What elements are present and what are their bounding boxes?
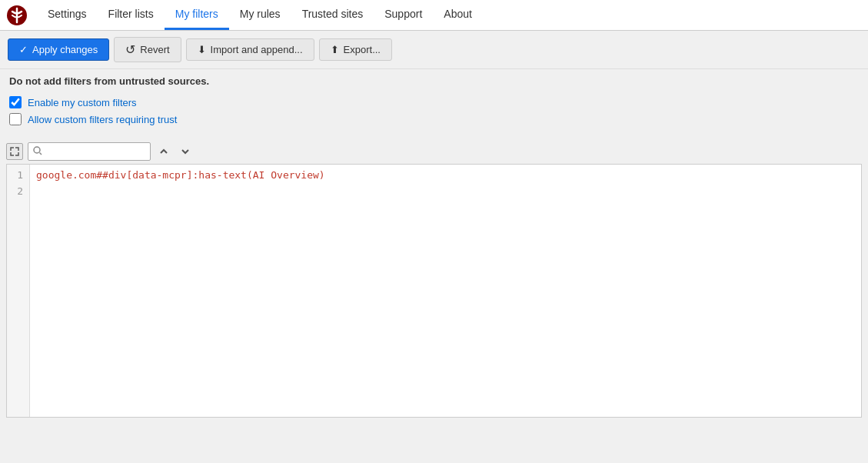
revert-button[interactable]: ↺ Revert xyxy=(114,37,181,62)
export-icon: ⬆ xyxy=(331,44,339,55)
allow-trust-checkbox[interactable] xyxy=(9,113,22,125)
search-wrapper xyxy=(28,142,151,161)
enable-custom-label[interactable]: Enable my custom filters xyxy=(28,97,137,108)
nav-item-settings[interactable]: Settings xyxy=(37,0,98,30)
revert-label: Revert xyxy=(140,44,169,55)
nav-item-trusted-sites[interactable]: Trusted sites xyxy=(291,0,374,30)
export-label: Export... xyxy=(344,44,381,55)
import-button[interactable]: ⬇ Import and append... xyxy=(186,38,314,61)
code-content[interactable]: google.com##div[data-mcpr]:has-text(AI O… xyxy=(30,165,861,417)
nav-bar: Settings Filter lists My filters My rule… xyxy=(0,0,868,31)
app-logo xyxy=(6,5,28,26)
code-line-2 xyxy=(36,184,855,200)
line-num-2: 2 xyxy=(13,184,23,200)
nav-item-filter-lists[interactable]: Filter lists xyxy=(98,0,165,30)
prev-match-button[interactable] xyxy=(155,143,172,160)
toolbar: ✓ Apply changes ↺ Revert ⬇ Import and ap… xyxy=(0,31,868,69)
revert-icon: ↺ xyxy=(125,42,135,57)
checkmark-icon: ✓ xyxy=(19,44,28,55)
code-editor[interactable]: 1 2 google.com##div[data-mcpr]:has-text(… xyxy=(6,164,862,418)
enable-custom-checkbox[interactable] xyxy=(9,96,22,108)
import-icon: ⬇ xyxy=(198,44,206,55)
nav-item-my-rules[interactable]: My rules xyxy=(229,0,291,30)
search-icon xyxy=(33,146,42,158)
import-label: Import and append... xyxy=(211,44,303,55)
nav-tabs: Settings Filter lists My filters My rule… xyxy=(37,0,483,30)
search-input[interactable] xyxy=(45,146,145,158)
code-line-1: google.com##div[data-mcpr]:has-text(AI O… xyxy=(36,168,855,184)
editor-toolbar xyxy=(6,139,862,164)
export-button[interactable]: ⬆ Export... xyxy=(319,38,392,61)
warning-text: Do not add filters from untrusted source… xyxy=(0,69,868,93)
allow-trust-label[interactable]: Allow custom filters requiring trust xyxy=(28,114,177,125)
line-num-1: 1 xyxy=(13,168,23,184)
apply-changes-button[interactable]: ✓ Apply changes xyxy=(8,38,109,61)
expand-button[interactable] xyxy=(6,143,23,160)
nav-item-my-filters[interactable]: My filters xyxy=(165,0,229,30)
svg-line-2 xyxy=(40,152,42,155)
enable-custom-row: Enable my custom filters xyxy=(9,96,859,108)
line-numbers: 1 2 xyxy=(7,165,30,417)
allow-trust-row: Allow custom filters requiring trust xyxy=(9,113,859,125)
nav-item-support[interactable]: Support xyxy=(374,0,433,30)
editor-section: 1 2 google.com##div[data-mcpr]:has-text(… xyxy=(0,136,868,421)
apply-changes-label: Apply changes xyxy=(32,44,98,55)
svg-point-1 xyxy=(34,147,40,153)
checkbox-area: Enable my custom filters Allow custom fi… xyxy=(0,93,868,136)
nav-item-about[interactable]: About xyxy=(433,0,483,30)
next-match-button[interactable] xyxy=(177,143,194,160)
